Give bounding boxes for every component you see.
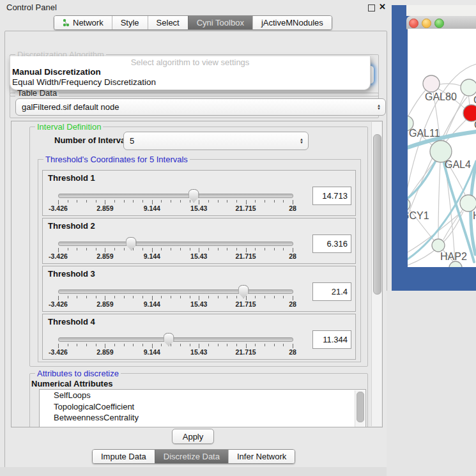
tick-label: 21.715 <box>236 348 256 356</box>
network-node-label: GAL4 <box>445 159 471 170</box>
network-view-canvas[interactable]: GAL80G.CGAL11GAL4GCY1HHAP2 <box>408 29 476 267</box>
threshold-slider[interactable] <box>58 289 293 294</box>
network-node[interactable] <box>461 79 476 96</box>
threshold-slider[interactable] <box>58 242 293 246</box>
close-icon[interactable]: ✕ <box>379 2 386 12</box>
slider-ticks <box>58 199 293 204</box>
tab-style[interactable]: Style <box>112 16 148 29</box>
network-graph: GAL80G.CGAL11GAL4GCY1HHAP2 <box>408 29 476 267</box>
network-node[interactable] <box>432 239 445 252</box>
table-data-selected-value: galFiltered.sif default node <box>22 102 119 112</box>
control-panel: Control Panel ✕ NetworkStyleSelectCyni T… <box>0 0 391 476</box>
tick-label: 21.715 <box>236 204 256 212</box>
network-node[interactable] <box>449 261 462 267</box>
network-window-titlebar <box>406 16 476 29</box>
number-of-intervals-value: 5 <box>130 136 134 146</box>
tab-discretize-data[interactable]: Discretize Data <box>155 450 228 463</box>
network-edge[interactable] <box>408 90 426 117</box>
tick-label: 9.144 <box>144 252 160 260</box>
table-panel-area: Table Panel ⚙ ☑☑ shared... n YDL19...YDL… <box>387 291 476 476</box>
tick-label: 28 <box>289 348 296 356</box>
tab-label: Network <box>73 18 104 27</box>
threshold-value-field[interactable]: 6.316 <box>312 234 351 253</box>
attributes-group-title: Attributes to discretize <box>35 369 121 378</box>
tab-label: Impute Data <box>101 452 146 461</box>
network-node[interactable] <box>460 195 476 211</box>
tick-label: 28 <box>289 252 296 260</box>
network-window-top <box>406 5 476 16</box>
network-edge[interactable] <box>445 120 466 142</box>
tick-label: 2.859 <box>96 252 113 260</box>
numerical-attributes-list[interactable]: SelfLoopsTopologicalCoefficientBetweenne… <box>39 389 366 427</box>
attribute-item[interactable]: SelfLoops <box>40 390 365 401</box>
tick-label: 21.715 <box>236 252 256 260</box>
algorithm-option[interactable]: Equal Width/Frequency Discretization <box>12 77 156 87</box>
tab-impute-data[interactable]: Impute Data <box>93 450 155 463</box>
tick-label: -3.426 <box>49 204 68 212</box>
numerical-attributes-label: Numerical Attributes <box>31 379 112 388</box>
tab-cyni-toolbox[interactable]: Cyni Toolbox <box>188 16 252 29</box>
control-panel-bottom-strip <box>0 467 391 476</box>
attributes-list-scrollbar[interactable] <box>355 390 365 427</box>
network-edge[interactable] <box>440 84 461 86</box>
slider-tick-labels: -3.4262.8599.14415.4321.71528 <box>58 348 293 356</box>
slider-ticks <box>58 295 293 300</box>
network-node-label: GCY1 <box>408 210 429 221</box>
tick-label: 9.144 <box>144 300 160 308</box>
network-node-label: G. <box>473 95 476 105</box>
threshold-label: Threshold 3 <box>48 269 95 279</box>
slider-ticks <box>58 343 293 348</box>
tab-select[interactable]: Select <box>148 16 188 29</box>
threshold-value-field[interactable]: 21.4 <box>312 282 351 301</box>
tab-jactivemnodules[interactable]: jActiveMNodules <box>252 16 332 29</box>
tick-label: 28 <box>289 300 296 308</box>
number-of-intervals-select[interactable]: 5 ▲▼ <box>123 132 309 150</box>
threshold-label: Threshold 2 <box>48 221 95 231</box>
attributes-list-scrollbar-thumb[interactable] <box>357 392 364 422</box>
tab-label: Discretize Data <box>164 452 220 461</box>
attribute-item[interactable]: BetweennessCentrality <box>40 412 365 424</box>
tab-network[interactable]: Network <box>54 16 112 29</box>
screen: Control Panel ✕ NetworkStyleSelectCyni T… <box>0 0 476 476</box>
float-window-icon[interactable] <box>368 4 375 12</box>
interval-definition-group-title: Interval Definition <box>35 122 103 132</box>
network-node[interactable] <box>423 75 440 92</box>
threshold-value-field[interactable]: 11.344 <box>312 330 351 349</box>
threshold-slider[interactable] <box>58 194 293 198</box>
tick-label: 15.43 <box>190 300 207 308</box>
zoom-traffic-light-icon[interactable] <box>434 19 444 28</box>
table-data-select[interactable]: galFiltered.sif default node ▲▼ <box>15 98 386 116</box>
tab-label: Select <box>157 18 180 27</box>
network-node-label: H <box>473 210 476 221</box>
threshold-slider[interactable] <box>58 337 293 342</box>
combo-stepper-icon: ▲▼ <box>377 99 381 115</box>
tab-label: Cyni Toolbox <box>197 18 244 27</box>
threshold-value-field[interactable]: 14.713 <box>312 187 351 205</box>
thresholds-group: Threshold's Coordinates for 5 Intervals … <box>38 159 361 362</box>
slider-tick-labels: -3.4262.8599.14415.4321.71528 <box>58 252 293 260</box>
settings-scrollbar[interactable] <box>371 122 381 426</box>
tick-label: 2.859 <box>96 348 113 356</box>
algorithm-dropdown-popup: Select algorithm to view settings Manual… <box>10 56 371 90</box>
threshold-block: Threshold 4-3.4262.8599.14415.4321.71528… <box>42 314 356 360</box>
threshold-label: Threshold 1 <box>48 173 95 183</box>
cyni-toolbox-panel: Discretization Algorithm ▲▼ Table Data g… <box>4 31 387 468</box>
tab-infer-network[interactable]: Infer Network <box>228 450 295 463</box>
tick-label: -3.426 <box>49 348 68 356</box>
slider-ticks <box>58 247 293 252</box>
algorithm-option[interactable]: Manual Discretization <box>12 67 101 77</box>
settings-scroll-viewport: Interval Definition Number of Intervals … <box>11 121 383 427</box>
tick-label: 15.43 <box>190 348 207 356</box>
tick-label: 2.859 <box>96 300 113 308</box>
network-edge[interactable] <box>468 96 470 105</box>
minimize-traffic-light-icon[interactable] <box>422 19 431 28</box>
tick-label: 9.144 <box>144 204 160 212</box>
control-panel-tabs: NetworkStyleSelectCyni ToolboxjActiveMNo… <box>54 15 332 30</box>
apply-button[interactable]: Apply <box>172 429 214 444</box>
attribute-item[interactable]: TopologicalCoefficient <box>40 401 365 413</box>
network-icon <box>63 19 70 27</box>
network-node-label: GAL11 <box>409 128 440 139</box>
tick-label: 15.43 <box>190 204 207 212</box>
settings-scrollbar-thumb[interactable] <box>373 134 381 295</box>
close-traffic-light-icon[interactable] <box>409 19 418 28</box>
